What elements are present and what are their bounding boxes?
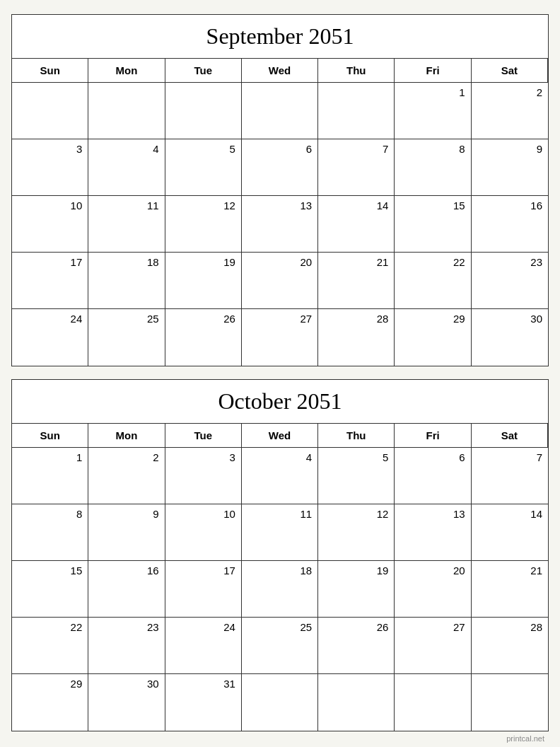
day-header: Thu xyxy=(318,59,395,83)
day-cell: 30 xyxy=(472,309,548,366)
day-cell: 16 xyxy=(472,196,548,253)
day-cell: 29 xyxy=(395,309,471,366)
day-cell: 5 xyxy=(318,448,395,504)
day-cell xyxy=(12,83,88,139)
day-cell: 18 xyxy=(242,561,318,618)
day-cell: 1 xyxy=(12,448,88,504)
calendar-grid-september-2051: SunMonTueWedThuFriSat1234567891011121314… xyxy=(12,59,548,366)
day-cell: 5 xyxy=(165,139,242,196)
day-cell: 10 xyxy=(165,504,242,561)
calendar-title-october-2051: October 2051 xyxy=(12,380,548,424)
day-cell xyxy=(242,83,318,139)
day-cell: 25 xyxy=(242,618,318,674)
day-header: Thu xyxy=(318,424,395,448)
day-cell: 3 xyxy=(12,139,88,196)
day-cell: 27 xyxy=(395,618,471,674)
day-cell: 7 xyxy=(472,448,548,504)
day-cell: 17 xyxy=(165,561,242,618)
day-cell: 13 xyxy=(242,196,318,253)
day-header: Sat xyxy=(472,424,548,448)
day-cell xyxy=(242,674,318,731)
day-cell: 15 xyxy=(395,196,471,253)
day-cell: 19 xyxy=(165,253,242,309)
day-cell: 20 xyxy=(242,253,318,309)
day-cell: 9 xyxy=(88,504,165,561)
day-cell: 29 xyxy=(12,674,88,731)
day-cell: 6 xyxy=(242,139,318,196)
day-header: Sun xyxy=(12,424,88,448)
day-cell: 10 xyxy=(12,196,88,253)
calendar-september-2051: September 2051SunMonTueWedThuFriSat12345… xyxy=(11,14,549,366)
day-header: Mon xyxy=(88,424,165,448)
day-cell: 8 xyxy=(395,139,471,196)
day-cell: 1 xyxy=(395,83,471,139)
calendar-october-2051: October 2051SunMonTueWedThuFriSat1234567… xyxy=(11,379,549,731)
day-cell: 28 xyxy=(472,618,548,674)
day-cell: 25 xyxy=(88,309,165,366)
day-cell xyxy=(318,83,395,139)
day-cell: 16 xyxy=(88,561,165,618)
day-cell: 14 xyxy=(318,196,395,253)
day-header: Sun xyxy=(12,59,88,83)
day-cell: 13 xyxy=(395,504,471,561)
day-header: Sat xyxy=(472,59,548,83)
day-cell: 4 xyxy=(242,448,318,504)
day-cell: 22 xyxy=(395,253,471,309)
day-header: Tue xyxy=(165,424,242,448)
day-cell: 26 xyxy=(165,309,242,366)
day-cell: 3 xyxy=(165,448,242,504)
watermark: printcal.net xyxy=(11,731,549,744)
day-cell: 31 xyxy=(165,674,242,731)
day-cell: 12 xyxy=(165,196,242,253)
calendar-title-september-2051: September 2051 xyxy=(12,15,548,59)
day-cell xyxy=(88,83,165,139)
day-cell: 14 xyxy=(472,504,548,561)
day-cell xyxy=(165,83,242,139)
day-header: Wed xyxy=(242,59,318,83)
day-cell xyxy=(318,674,395,731)
day-cell: 4 xyxy=(88,139,165,196)
day-cell: 27 xyxy=(242,309,318,366)
day-cell xyxy=(395,674,471,731)
day-cell: 23 xyxy=(88,618,165,674)
day-cell: 24 xyxy=(165,618,242,674)
calendar-grid-october-2051: SunMonTueWedThuFriSat1234567891011121314… xyxy=(12,424,548,731)
day-cell: 26 xyxy=(318,618,395,674)
calendars-container: September 2051SunMonTueWedThuFriSat12345… xyxy=(11,14,549,731)
day-cell: 19 xyxy=(318,561,395,618)
day-cell: 21 xyxy=(472,561,548,618)
day-cell: 12 xyxy=(318,504,395,561)
day-cell: 2 xyxy=(472,83,548,139)
day-cell: 20 xyxy=(395,561,471,618)
day-cell: 18 xyxy=(88,253,165,309)
day-cell: 24 xyxy=(12,309,88,366)
day-cell: 22 xyxy=(12,618,88,674)
day-cell: 2 xyxy=(88,448,165,504)
day-cell xyxy=(472,674,548,731)
day-cell: 8 xyxy=(12,504,88,561)
day-cell: 21 xyxy=(318,253,395,309)
day-header: Tue xyxy=(165,59,242,83)
day-cell: 6 xyxy=(395,448,471,504)
day-cell: 11 xyxy=(242,504,318,561)
day-cell: 11 xyxy=(88,196,165,253)
day-cell: 23 xyxy=(472,253,548,309)
day-cell: 9 xyxy=(472,139,548,196)
day-header: Wed xyxy=(242,424,318,448)
day-cell: 28 xyxy=(318,309,395,366)
day-cell: 17 xyxy=(12,253,88,309)
day-header: Mon xyxy=(88,59,165,83)
day-header: Fri xyxy=(395,59,471,83)
day-cell: 30 xyxy=(88,674,165,731)
day-cell: 7 xyxy=(318,139,395,196)
day-cell: 15 xyxy=(12,561,88,618)
day-header: Fri xyxy=(395,424,471,448)
